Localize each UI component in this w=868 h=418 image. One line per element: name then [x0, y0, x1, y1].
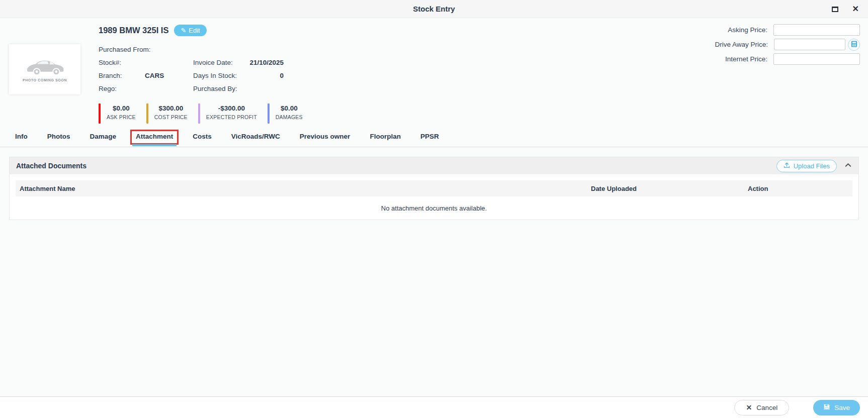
floppy-disk-icon [823, 403, 830, 412]
purchased-by-value [246, 85, 284, 93]
price-summary-badges: $0.00 ASK PRICE $300.00 COST PRICE -$300… [99, 103, 313, 124]
rego-label: Rego: [99, 85, 145, 93]
ask-price-label: ASK PRICE [107, 114, 136, 120]
tab-floorplan[interactable]: Floorplan [370, 132, 401, 145]
upload-icon [784, 162, 790, 170]
attachments-table-header: Attachment Name Date Uploaded Action [16, 180, 852, 196]
calculator-icon [851, 41, 857, 49]
stock-number-label: Stock#: [99, 59, 145, 67]
ask-price-badge: $0.00 ASK PRICE [99, 103, 136, 124]
invoice-date-label: Invoice Date: [193, 59, 246, 67]
empty-attachments-message: No attachment documents available. [16, 196, 852, 220]
internet-price-input[interactable] [773, 53, 860, 65]
branch-value: CARS [145, 72, 193, 80]
photo-coming-soon-label: PHOTO COMING SOON [23, 78, 67, 82]
tab-vicroads-rwc[interactable]: VicRoads/RWC [231, 132, 280, 145]
attached-documents-panel: Attached Documents Upload Files [9, 157, 859, 220]
window-title: Stock Entry [413, 5, 455, 13]
expected-profit-color-bar [198, 103, 200, 124]
column-attachment-name: Attachment Name [20, 185, 591, 192]
upload-files-button[interactable]: Upload Files [776, 160, 837, 172]
expected-profit-label: EXPECTED PROFIT [206, 114, 257, 120]
branch-label: Branch: [99, 72, 145, 80]
asking-price-input[interactable] [773, 24, 860, 36]
cost-price-label: COST PRICE [154, 114, 188, 120]
dialog-footer: ✕ Cancel Save [0, 396, 868, 418]
damages-label: DAMAGES [276, 114, 303, 120]
cost-price-color-bar [146, 103, 148, 124]
edit-button-label: Edit [189, 27, 200, 34]
days-in-stock-value: 0 [246, 72, 284, 80]
upload-files-label: Upload Files [794, 162, 830, 170]
invoice-date-value: 21/10/2025 [246, 59, 284, 67]
attachments-table: Attachment Name Date Uploaded Action No … [10, 174, 858, 220]
attached-documents-title: Attached Documents [16, 162, 86, 170]
tab-costs[interactable]: Costs [193, 132, 212, 145]
close-icon[interactable]: ✕ [852, 5, 859, 13]
tab-attachment[interactable]: Attachment [136, 132, 173, 145]
column-date-uploaded: Date Uploaded [591, 185, 748, 192]
tab-photos[interactable]: Photos [47, 132, 70, 145]
tab-info[interactable]: Info [15, 132, 28, 145]
cancel-button[interactable]: ✕ Cancel [734, 400, 789, 415]
tab-previous-owner[interactable]: Previous owner [300, 132, 351, 145]
attached-documents-header: Attached Documents Upload Files [10, 157, 858, 174]
ask-price-color-bar [99, 103, 101, 124]
vehicle-header: 1989 BMW 325I IS ✎ Edit [99, 25, 207, 36]
column-action: Action [748, 185, 848, 192]
expected-profit-value: -$300.00 [206, 104, 257, 112]
window-controls: ✕ [832, 0, 859, 18]
tab-ppsr[interactable]: PPSR [420, 132, 439, 145]
expected-profit-badge: -$300.00 EXPECTED PROFIT [198, 103, 257, 124]
tab-bar: Info Photos Damage Attachment Costs VicR… [0, 132, 868, 147]
tab-damage[interactable]: Damage [90, 132, 117, 145]
asking-price-label: Asking Price: [728, 26, 767, 34]
rego-value [145, 85, 193, 93]
car-silhouette-icon [24, 57, 66, 77]
vehicle-title: 1989 BMW 325I IS [99, 26, 168, 35]
pencil-icon: ✎ [181, 27, 186, 34]
maximize-icon[interactable] [832, 7, 838, 12]
drive-away-calculator-button[interactable] [848, 39, 860, 51]
days-in-stock-label: Days In Stock: [193, 72, 246, 80]
damages-color-bar [268, 103, 270, 124]
cancel-x-icon: ✕ [746, 403, 752, 411]
cost-price-badge: $300.00 COST PRICE [146, 103, 188, 124]
drive-away-price-input[interactable] [774, 39, 845, 50]
internet-price-label: Internet Price: [725, 55, 767, 63]
purchased-by-label: Purchased By: [193, 85, 246, 93]
collapse-panel-button[interactable] [844, 161, 852, 170]
purchased-from-label: Purchased From: [99, 46, 193, 54]
save-button-label: Save [834, 404, 850, 411]
damages-value: $0.00 [276, 104, 303, 112]
window-titlebar: Stock Entry ✕ [0, 0, 868, 18]
cancel-button-label: Cancel [756, 404, 777, 411]
vehicle-photo-placeholder: PHOTO COMING SOON [9, 44, 80, 94]
save-button[interactable]: Save [813, 400, 860, 415]
pricing-panel: Asking Price: Drive Away Price: Internet… [715, 24, 860, 68]
damages-badge: $0.00 DAMAGES [268, 103, 303, 124]
cost-price-value: $300.00 [154, 104, 188, 112]
drive-away-price-label: Drive Away Price: [715, 41, 768, 48]
stock-number-value [145, 59, 193, 67]
ask-price-value: $0.00 [107, 104, 136, 112]
chevron-up-icon [844, 161, 852, 170]
vehicle-fields: Purchased From: Stock#: Invoice Date: 21… [99, 46, 284, 93]
edit-button[interactable]: ✎ Edit [174, 25, 206, 36]
